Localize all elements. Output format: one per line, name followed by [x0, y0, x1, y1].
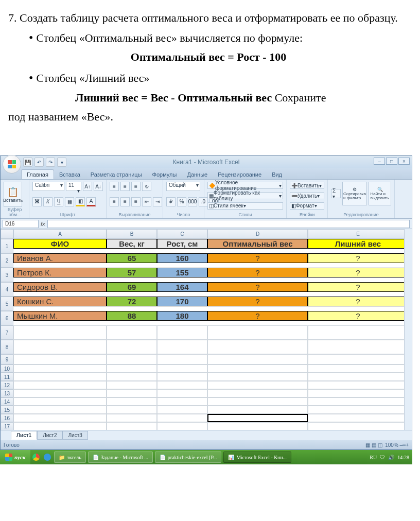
bold-button[interactable]: Ж	[32, 197, 42, 206]
cell-c3[interactable]: 155	[157, 268, 207, 277]
cell-c7[interactable]	[157, 325, 207, 340]
rowhdr-14[interactable]: 14	[1, 397, 13, 406]
currency-icon[interactable]: ₽	[166, 197, 176, 206]
rowhdr-17[interactable]: 17	[1, 422, 13, 430]
rowhdr-6[interactable]: 6	[1, 311, 13, 325]
colhdr-d[interactable]: D	[207, 229, 308, 239]
cell-a6[interactable]: Мышкин М.	[13, 311, 107, 321]
maximize-button[interactable]: □	[386, 158, 397, 165]
cell-b13[interactable]	[107, 389, 157, 397]
rowhdr-8[interactable]: 8	[1, 340, 13, 354]
italic-button[interactable]: К	[43, 197, 52, 206]
cell-d9[interactable]	[207, 354, 308, 364]
minimize-button[interactable]: –	[374, 158, 385, 165]
qat-save-icon[interactable]: 💾	[23, 158, 32, 167]
align-right-icon[interactable]: ≡	[131, 197, 141, 206]
cell-c4[interactable]: 164	[157, 282, 207, 292]
cell-b4[interactable]: 69	[107, 282, 157, 292]
tab-review[interactable]: Рецензирование	[213, 170, 267, 179]
cell-a17[interactable]	[13, 422, 107, 430]
name-box[interactable]	[3, 220, 39, 228]
cell-c11[interactable]	[157, 373, 207, 381]
cell-c13[interactable]	[157, 389, 207, 397]
align-left-icon[interactable]: ≡	[110, 197, 119, 206]
rowhdr-9[interactable]: 9	[1, 354, 13, 364]
align-bot-icon[interactable]: ≡	[131, 182, 141, 191]
select-all-corner[interactable]	[1, 229, 13, 239]
cell-b17[interactable]	[107, 422, 157, 430]
tab-home[interactable]: Главная	[21, 169, 54, 179]
underline-button[interactable]: Ч	[54, 197, 63, 206]
cell-e16[interactable]	[308, 414, 408, 422]
sort-filter-button[interactable]: ⚙Сортировка и фильтр	[342, 182, 367, 205]
cell-a5[interactable]: Кошкин С.	[13, 297, 107, 306]
cell-b5[interactable]: 72	[107, 297, 157, 306]
cell-d10[interactable]	[207, 364, 308, 373]
cell-d2[interactable]: ?	[207, 253, 308, 263]
delete-button[interactable]: ➖ Удалить ▾	[290, 192, 324, 199]
rowhdr-3[interactable]: 3	[1, 268, 13, 282]
cell-d7[interactable]	[207, 325, 308, 340]
orient-icon[interactable]: ↻	[142, 182, 151, 191]
cell-a15[interactable]	[13, 406, 107, 414]
rowhdr-2[interactable]: 2	[1, 253, 13, 268]
rowhdr-1[interactable]: 1	[1, 239, 13, 253]
indent-dec-icon[interactable]: ⇤	[142, 197, 151, 206]
colhdr-a[interactable]: A	[13, 229, 107, 239]
cell-c5[interactable]: 170	[157, 297, 207, 306]
cell-b15[interactable]	[107, 406, 157, 414]
align-top-icon[interactable]: ≡	[110, 182, 119, 191]
find-select-button[interactable]: 🔍Найти и выделить	[369, 182, 391, 205]
cell-d5[interactable]: ?	[207, 297, 308, 306]
cell-e13[interactable]	[308, 389, 408, 397]
colhdr-c[interactable]: C	[157, 229, 207, 239]
indent-inc-icon[interactable]: ⇥	[153, 197, 162, 206]
sheet-area[interactable]: A B C D E 1 ФИО Вес, кг Рост, см Оптимал…	[1, 229, 412, 430]
cell-d1[interactable]: Оптимальный вес	[207, 239, 308, 249]
tab-view[interactable]: Вид	[267, 170, 287, 179]
cell-b9[interactable]	[107, 354, 157, 364]
number-format-select[interactable]: Общий	[166, 182, 200, 191]
cell-c14[interactable]	[157, 397, 207, 406]
cell-a7[interactable]	[13, 325, 107, 340]
colhdr-e[interactable]: E	[308, 229, 408, 239]
cell-c2[interactable]: 160	[157, 253, 207, 263]
ie-icon[interactable]	[44, 454, 51, 461]
cell-a14[interactable]	[13, 397, 107, 406]
vertical-scrollbar[interactable]	[404, 229, 412, 430]
cell-e2[interactable]: ?	[308, 253, 408, 263]
cell-c16[interactable]	[157, 414, 207, 422]
cell-e1[interactable]: Лишний вес	[308, 239, 408, 249]
tab-data[interactable]: Данные	[182, 170, 213, 179]
rowhdr-16[interactable]: 16	[1, 414, 13, 422]
cell-d8[interactable]	[207, 340, 308, 354]
cell-e11[interactable]	[308, 373, 408, 381]
cell-d12[interactable]	[207, 381, 308, 389]
fill-color-button[interactable]: ◧	[76, 197, 85, 206]
rowhdr-12[interactable]: 12	[1, 381, 13, 389]
tab-formulas[interactable]: Формулы	[147, 170, 182, 179]
rowhdr-4[interactable]: 4	[1, 282, 13, 297]
cell-a4[interactable]: Сидоров В.	[13, 282, 107, 292]
cell-d11[interactable]	[207, 373, 308, 381]
formula-bar[interactable]	[47, 220, 410, 228]
cell-c9[interactable]	[157, 354, 207, 364]
cell-e14[interactable]	[308, 397, 408, 406]
cell-a12[interactable]	[13, 381, 107, 389]
tray-shield-icon[interactable]: 🛡	[380, 455, 385, 460]
cell-b1[interactable]: Вес, кг	[107, 239, 157, 249]
close-button[interactable]: ×	[398, 158, 410, 165]
cell-a1[interactable]: ФИО	[13, 239, 107, 249]
percent-icon[interactable]: %	[177, 197, 186, 206]
rowhdr-13[interactable]: 13	[1, 389, 13, 397]
tab-insert[interactable]: Вставка	[54, 170, 85, 179]
cell-e17[interactable]	[308, 422, 408, 430]
cell-a9[interactable]	[13, 354, 107, 364]
qat-dropdown-icon[interactable]: ▾	[57, 158, 66, 167]
cell-b6[interactable]: 88	[107, 311, 157, 321]
qat-undo-icon[interactable]: ↶	[34, 158, 44, 167]
rowhdr-15[interactable]: 15	[1, 406, 13, 414]
cell-e7[interactable]	[308, 325, 408, 340]
taskbar-item-word1[interactable]: 📄 Задание - Microsoft ...	[88, 451, 153, 463]
rowhdr-5[interactable]: 5	[1, 297, 13, 311]
